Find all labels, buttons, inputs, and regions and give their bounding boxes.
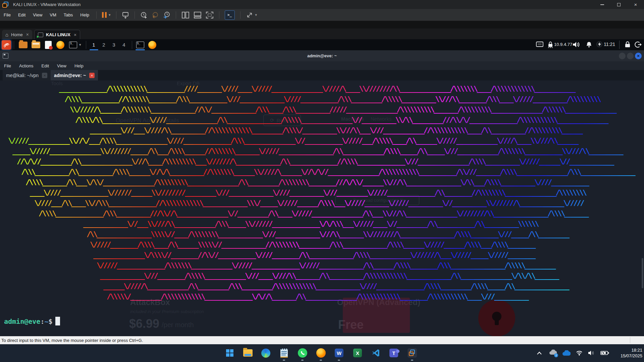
- terminal-tab-kali-vpn[interactable]: me@kali: ~/vpn ×: [3, 70, 51, 80]
- vmware-titlebar: KALI LINUX - VMware Workstation ×: [0, 0, 644, 9]
- terminal-titlebar[interactable]: admin@eve: ~ ×: [0, 50, 644, 61]
- file-manager-icon[interactable]: [32, 42, 40, 48]
- files-icon[interactable]: [19, 42, 28, 48]
- show-thumbnail-bar-icon[interactable]: [194, 11, 202, 19]
- terminal-close-button[interactable]: ×: [635, 53, 642, 59]
- ascii-art-row: ____\////______________\//////______\\//…: [30, 187, 586, 198]
- power-manager-icon[interactable]: [596, 41, 602, 47]
- terminal-menu-actions[interactable]: Actions: [15, 63, 38, 68]
- tray-clock[interactable]: 18:21 15/07/2025: [612, 347, 642, 359]
- vmware-toolbar-strip: [0, 21, 644, 28]
- menu-edit[interactable]: Edit: [14, 9, 29, 21]
- ip-address[interactable]: 10.9.4.77: [554, 42, 572, 47]
- vm-screen-icon: ▶: [38, 33, 43, 37]
- prompt-user: admin@eve: [4, 317, 40, 325]
- terminal-tabrow: me@kali: ~/vpn × admin@eve: ~ ×: [0, 70, 644, 80]
- taskbutton-firefox[interactable]: [148, 41, 156, 49]
- vmware-taskbar-icon[interactable]: [406, 347, 418, 359]
- terminal-menu-view[interactable]: View: [53, 63, 70, 68]
- workspace-1[interactable]: 1: [89, 39, 99, 50]
- house-icon: ⌂: [5, 32, 8, 38]
- logout-icon[interactable]: [634, 41, 642, 50]
- notifications-bell-icon[interactable]: [585, 41, 593, 50]
- whatsapp-icon[interactable]: [297, 347, 309, 359]
- menu-help[interactable]: Help: [76, 9, 93, 21]
- show-library-icon[interactable]: [181, 11, 190, 19]
- start-button[interactable]: [224, 347, 236, 359]
- manage-snapshots-icon[interactable]: [163, 11, 170, 19]
- word-icon[interactable]: W: [333, 347, 345, 359]
- tab-kali-linux[interactable]: ▶ KALI LINUX ×: [34, 30, 80, 39]
- fullscreen-icon[interactable]: [206, 11, 214, 19]
- pause-vm-button[interactable]: [102, 11, 107, 19]
- terminal-minimize-button[interactable]: [619, 53, 626, 59]
- workspace-4[interactable]: 4: [119, 39, 129, 50]
- tray-volume-icon[interactable]: [586, 347, 596, 359]
- enter-fullscreen-icon[interactable]: [246, 11, 253, 19]
- terminal-menubar: File Actions Edit View Help: [0, 61, 644, 70]
- volume-icon[interactable]: [572, 41, 580, 50]
- terminal-scrollbar[interactable]: [642, 258, 643, 288]
- firefox-taskbar-icon[interactable]: [315, 347, 327, 359]
- terminal-menu-help[interactable]: Help: [70, 63, 88, 68]
- running-indicator: [320, 360, 322, 361]
- minimize-button[interactable]: [594, 0, 610, 9]
- terminal-maximize-button[interactable]: [627, 53, 634, 59]
- terminal-menu-edit[interactable]: Edit: [38, 63, 53, 68]
- tab-home[interactable]: ⌂ Home ×: [2, 30, 32, 39]
- file-explorer-icon[interactable]: [242, 347, 254, 359]
- ascii-art-row: _____________\///________/\\\\\_________…: [100, 270, 558, 281]
- terminal-prompt: admin@eve:~$: [4, 317, 60, 325]
- menu-tabs[interactable]: Tabs: [60, 9, 76, 21]
- teams-icon[interactable]: T: [388, 347, 400, 359]
- toolbar-separator: [135, 11, 135, 19]
- edge-icon[interactable]: [260, 347, 272, 359]
- ascii-art-row: //\/\//_________/\\_______________\///\_…: [17, 156, 613, 167]
- terminal-tab-admin-eve[interactable]: admin@eve: ~ ×: [51, 70, 98, 80]
- lock-screen-icon[interactable]: [624, 41, 631, 50]
- battery-icon[interactable]: [599, 347, 610, 359]
- vscode-icon[interactable]: [370, 347, 382, 359]
- console-view-button[interactable]: >_: [225, 10, 235, 20]
- taskbutton-terminal[interactable]: $_: [135, 39, 146, 50]
- menu-vm[interactable]: VM: [46, 9, 60, 21]
- toolbar-separator: [219, 11, 219, 19]
- vm-status-message: To direct input to this VM, move the mou…: [1, 338, 143, 343]
- ascii-art-row: ______\/////\____________/\\_________/\\…: [103, 281, 568, 291]
- workspace-2[interactable]: 2: [99, 39, 109, 50]
- tab-home-close-icon[interactable]: ×: [26, 32, 29, 37]
- pause-dropdown[interactable]: ▾: [109, 11, 111, 19]
- ascii-art-row: \/////____________\\//\/___/\\\\________…: [8, 135, 578, 146]
- tray-chevron-up-icon[interactable]: [535, 347, 544, 359]
- take-snapshot-icon[interactable]: [140, 11, 148, 19]
- notepad-icon[interactable]: [278, 347, 290, 359]
- terminal-dropdown-icon[interactable]: ▾: [79, 43, 81, 47]
- terminal-cursor[interactable]: [55, 317, 60, 325]
- send-ctrl-alt-del-icon[interactable]: [122, 11, 129, 19]
- panel-separator: [14, 41, 14, 49]
- running-indicator: [283, 360, 285, 361]
- text-editor-icon[interactable]: [45, 41, 52, 49]
- close-button[interactable]: ×: [627, 0, 644, 9]
- menu-view[interactable]: View: [29, 9, 46, 21]
- onedrive-icon[interactable]: [561, 347, 572, 359]
- panel-clock[interactable]: 11:21: [604, 42, 615, 47]
- vpn-lock-icon[interactable]: [547, 41, 554, 50]
- fullscreen-dropdown[interactable]: ▾: [255, 11, 257, 19]
- workspace-3[interactable]: 3: [109, 39, 119, 50]
- firefox-icon[interactable]: [56, 41, 64, 49]
- terminal-launcher-icon[interactable]: $_: [69, 42, 77, 48]
- tab-kali-close-icon[interactable]: ×: [74, 32, 76, 38]
- tab2-close-icon[interactable]: ×: [89, 73, 95, 78]
- revert-snapshot-icon[interactable]: [152, 11, 159, 19]
- tab1-close-icon[interactable]: ×: [42, 73, 47, 78]
- onedrive-sync-icon[interactable]: i: [547, 347, 558, 359]
- excel-icon[interactable]: X: [352, 347, 364, 359]
- kali-menu-icon[interactable]: [2, 40, 11, 50]
- maximize-button[interactable]: [610, 0, 627, 9]
- wifi-icon[interactable]: [574, 347, 584, 359]
- display-icon[interactable]: [536, 41, 543, 49]
- terminal-menu-file[interactable]: File: [0, 63, 15, 68]
- tray-date: 15/07/2025: [612, 353, 642, 359]
- menu-file[interactable]: File: [0, 9, 14, 21]
